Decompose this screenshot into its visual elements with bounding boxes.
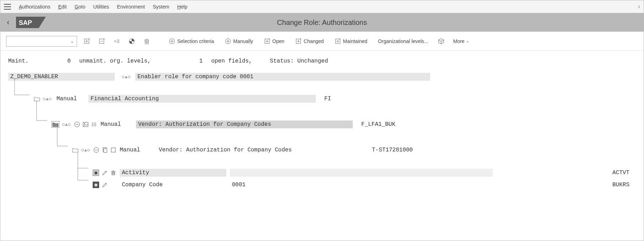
- node-status: Manual: [120, 147, 159, 153]
- field-code: ACTVT: [612, 170, 629, 176]
- status-value: Unchanged: [297, 58, 328, 64]
- node-code: F_LFA1_BUK: [361, 121, 395, 128]
- root-name: Z_DEMO_ENABLER: [8, 73, 115, 81]
- menu-environment[interactable]: Environment: [117, 4, 145, 10]
- square-icon[interactable]: [110, 147, 116, 153]
- expand-box-icon: [295, 38, 302, 44]
- node-desc: Financial Accounting: [88, 95, 316, 103]
- plus-circle-icon: [225, 38, 231, 44]
- field-value[interactable]: 0001: [230, 182, 493, 188]
- expand-box-icon: [264, 38, 270, 44]
- field-value[interactable]: [230, 169, 493, 177]
- list-indent-icon[interactable]: [112, 36, 122, 46]
- toolbar: ⌄ Selection criteria Manually Open: [0, 32, 644, 51]
- pencil-icon[interactable]: [102, 170, 108, 176]
- toolbar-dropdown[interactable]: ⌄: [6, 36, 77, 47]
- open-count: 1: [155, 58, 208, 64]
- pencil-icon[interactable]: [102, 182, 108, 188]
- field-code: BUKRS: [612, 182, 629, 188]
- tree-node-auth-instance[interactable]: Manual Vendor: Authorization for Company…: [8, 145, 636, 155]
- org-levels-button[interactable]: Organizational levels...: [375, 36, 431, 46]
- tree-node-flfa1buk[interactable]: Manual Vendor: Authorization for Company…: [8, 119, 636, 130]
- menubar: Authorizations Edit Goto Utilities Envir…: [0, 0, 644, 13]
- svg-rect-45: [104, 149, 107, 152]
- expand-box-icon: [335, 38, 341, 44]
- minus-circle-icon[interactable]: [93, 147, 99, 153]
- more-button[interactable]: More ⌄: [451, 38, 471, 44]
- folder-icon: [72, 148, 79, 152]
- manually-button[interactable]: Manually: [222, 36, 256, 46]
- auth-tree: Z_DEMO_ENABLER Enabler role for company …: [0, 68, 644, 190]
- changed-label: Changed: [304, 38, 324, 44]
- back-button[interactable]: ‹: [4, 18, 12, 27]
- node-desc: Vendor: Authorization for Company Codes: [159, 147, 363, 153]
- list-icon[interactable]: [91, 122, 97, 127]
- open-label: Open: [272, 38, 285, 44]
- svg-point-35: [84, 123, 85, 124]
- menu-utilities[interactable]: Utilities: [93, 4, 109, 10]
- picture-icon[interactable]: [83, 122, 88, 127]
- hamburger-icon[interactable]: [4, 4, 11, 10]
- open-button[interactable]: Open: [261, 36, 287, 46]
- selection-criteria-label: Selection criteria: [177, 38, 214, 44]
- node-status: Manual: [101, 121, 136, 128]
- root-desc: Enabler role for company code 0001: [135, 73, 430, 81]
- maint-label: Maint.: [8, 58, 29, 64]
- traffic-light-icon: [62, 123, 71, 126]
- node-code: FI: [324, 96, 331, 102]
- open-fields-label: open fields,: [211, 58, 252, 64]
- node-code: T-ST17281000: [372, 147, 413, 153]
- plus-circle-icon: [169, 38, 175, 44]
- cube-icon[interactable]: [436, 36, 446, 46]
- field-row-activity[interactable]: ✱ Activity ACTVT: [8, 167, 636, 178]
- expand-plus-icon[interactable]: [82, 36, 92, 46]
- minus-circle-icon[interactable]: [74, 122, 80, 127]
- status-line: Maint. 0 unmaint. org. levels, 1 open fi…: [0, 51, 644, 68]
- page-title: Change Role: Authorizations: [277, 18, 367, 27]
- menu-goto[interactable]: Goto: [75, 4, 85, 10]
- collapse-minus-icon[interactable]: [97, 36, 107, 46]
- menu-edit[interactable]: Edit: [58, 4, 67, 10]
- chevron-down-icon: ⌄: [70, 39, 74, 44]
- menu-help[interactable]: Help: [177, 4, 188, 10]
- app-window: Authorizations Edit Goto Utilities Envir…: [0, 0, 644, 241]
- tree-root-row[interactable]: Z_DEMO_ENABLER Enabler role for company …: [8, 71, 636, 82]
- sap-logo: SAP: [16, 15, 46, 30]
- traffic-light-icon: [122, 76, 130, 78]
- traffic-light-icon: [43, 98, 52, 100]
- chevron-right-icon[interactable]: ›: [638, 3, 640, 10]
- chevron-down-icon: ⌄: [466, 39, 469, 43]
- trash-icon[interactable]: [110, 170, 116, 176]
- required-star-icon: ✱: [93, 182, 99, 188]
- field-row-company-code[interactable]: ✱ Company Code 0001 BUKRS: [8, 180, 636, 190]
- tree-node-fi[interactable]: Manual Financial Accounting FI: [8, 93, 636, 104]
- copy-icon[interactable]: [102, 147, 108, 153]
- maintained-label: Maintained: [343, 38, 368, 44]
- changed-button[interactable]: Changed: [292, 36, 327, 46]
- org-levels-label: Organizational levels...: [378, 38, 428, 44]
- maintained-button[interactable]: Maintained: [332, 36, 370, 46]
- field-label: Activity: [120, 169, 226, 177]
- selection-criteria-button[interactable]: Selection criteria: [166, 36, 217, 46]
- traffic-light-icon: [81, 149, 90, 151]
- folder-icon: [34, 96, 40, 101]
- unmaint-label: unmaint. org. levels,: [79, 58, 151, 64]
- maint-count: 0: [33, 58, 76, 64]
- menu-system[interactable]: System: [153, 4, 169, 10]
- svg-text:SAP: SAP: [19, 19, 32, 26]
- titlebar: ‹ SAP Change Role: Authorizations: [0, 13, 644, 32]
- svg-rect-46: [111, 148, 115, 152]
- folder-open-icon: [52, 122, 59, 127]
- manually-label: Manually: [233, 38, 253, 44]
- circle-quarters-icon[interactable]: [127, 36, 137, 46]
- menu-authorizations[interactable]: Authorizations: [19, 4, 50, 10]
- node-status: Manual: [56, 96, 88, 102]
- more-label: More: [453, 38, 465, 44]
- node-desc: Vendor: Authorization for Company Codes: [136, 120, 353, 128]
- trash-icon[interactable]: [142, 36, 152, 46]
- status-label: Status:: [270, 58, 294, 64]
- required-star-icon: ✱: [93, 170, 99, 176]
- field-label: Company Code: [120, 182, 226, 188]
